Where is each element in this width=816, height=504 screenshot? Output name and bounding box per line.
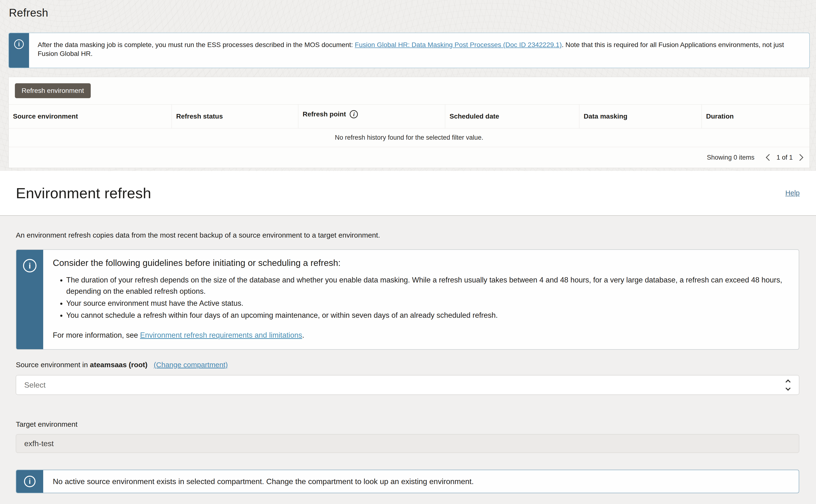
- more-info-line: For more information, see Environment re…: [53, 331, 788, 340]
- info-icon: i: [14, 39, 24, 49]
- guidelines-banner: i Consider the following guidelines befo…: [16, 249, 799, 350]
- intro-text: An environment refresh copies data from …: [16, 231, 799, 239]
- info-icon-glyph: i: [18, 41, 20, 47]
- section-title: Environment refresh: [16, 185, 785, 202]
- guideline-item: Your source environment must have the Ac…: [66, 298, 788, 309]
- column-label: Scheduled date: [450, 113, 499, 120]
- compartment-name: ateamsaas (root): [90, 361, 148, 369]
- refresh-point-info-icon[interactable]: i: [350, 110, 358, 118]
- chevron-down-icon: [786, 385, 791, 390]
- column-header-scheduled-date[interactable]: Scheduled date: [445, 105, 579, 128]
- environment-refresh-section: An environment refresh copies data from …: [0, 216, 816, 504]
- column-label: Source environment: [13, 113, 78, 120]
- column-label: Data masking: [584, 113, 627, 120]
- refresh-environment-button[interactable]: Refresh environment: [15, 83, 91, 98]
- source-environment-select[interactable]: Select: [16, 375, 799, 395]
- guideline-item: You cannot schedule a refresh within fou…: [66, 310, 788, 321]
- requirements-link[interactable]: Environment refresh requirements and lim…: [140, 331, 302, 339]
- refresh-history-table-header: Source environment Refresh status Refres…: [9, 104, 810, 128]
- refresh-history-panel: Refresh environment Source environment R…: [8, 77, 810, 168]
- info-banner-body: After the data masking job is complete, …: [29, 33, 809, 68]
- banner-text-before: After the data masking job is complete, …: [38, 41, 355, 48]
- info-icon-glyph: i: [353, 111, 355, 117]
- table-pagination: Showing 0 items 1 of 1: [9, 147, 810, 168]
- panel-toolbar: Refresh environment: [9, 77, 810, 104]
- guidelines-title: Consider the following guidelines before…: [53, 258, 788, 268]
- column-header-refresh-point[interactable]: Refresh point i: [298, 105, 445, 128]
- change-compartment-link[interactable]: (Change compartment): [154, 361, 228, 369]
- target-environment-field: exfh-test: [16, 434, 799, 453]
- more-info-suffix: .: [302, 331, 304, 339]
- mos-document-link[interactable]: Fusion Global HR: Data Masking Post Proc…: [355, 41, 562, 48]
- no-source-message: No active source environment exists in s…: [53, 477, 474, 486]
- target-environment-label: Target environment: [16, 420, 799, 428]
- column-header-refresh-status[interactable]: Refresh status: [172, 105, 298, 128]
- chevron-up-icon: [786, 379, 791, 384]
- column-header-duration[interactable]: Duration: [702, 105, 810, 128]
- chevron-right-icon[interactable]: [797, 154, 803, 161]
- more-info-prefix: For more information, see: [53, 331, 140, 339]
- page-indicator: 1 of 1: [776, 154, 793, 161]
- select-updown-chevron-icon: [786, 380, 790, 390]
- showing-items-count: Showing 0 items: [707, 154, 754, 161]
- column-header-data-masking[interactable]: Data masking: [579, 105, 702, 128]
- page-root: Refresh i After the data masking job is …: [0, 0, 816, 504]
- column-label: Refresh point: [303, 110, 346, 118]
- guidelines-body: Consider the following guidelines before…: [43, 250, 799, 349]
- empty-table-message: No refresh history found for the selecte…: [335, 134, 483, 141]
- info-banner-stripe: i: [9, 33, 29, 68]
- column-header-source-environment[interactable]: Source environment: [9, 105, 172, 128]
- no-source-banner: i No active source environment exists in…: [16, 470, 799, 493]
- refresh-history-section: Refresh i After the data masking job is …: [0, 0, 816, 171]
- info-icon-glyph: i: [29, 478, 31, 485]
- info-icon: i: [23, 259, 36, 272]
- info-icon: i: [24, 476, 36, 487]
- select-placeholder: Select: [24, 381, 786, 390]
- guideline-item: The duration of your refresh depends on …: [66, 274, 788, 297]
- page-title: Refresh: [9, 6, 810, 19]
- post-process-info-banner: i After the data masking job is complete…: [8, 33, 810, 68]
- column-label: Duration: [706, 113, 734, 120]
- target-environment-value: exfh-test: [24, 439, 54, 448]
- guidelines-banner-stripe: i: [16, 250, 43, 349]
- no-source-banner-stripe: i: [16, 470, 43, 493]
- info-icon-glyph: i: [29, 262, 31, 270]
- empty-table-row: No refresh history found for the selecte…: [9, 128, 810, 147]
- guidelines-list: The duration of your refresh depends on …: [53, 274, 788, 321]
- environment-refresh-header: Environment refresh Help: [0, 171, 816, 216]
- help-link[interactable]: Help: [785, 189, 800, 197]
- info-banner-text: After the data masking job is complete, …: [38, 40, 799, 58]
- no-source-banner-body: No active source environment exists in s…: [43, 470, 799, 493]
- source-environment-label: Source environment in ateamsaas (root)(C…: [16, 361, 799, 369]
- source-label-text: Source environment in: [16, 361, 90, 369]
- chevron-left-icon[interactable]: [766, 154, 773, 161]
- column-label: Refresh status: [176, 113, 223, 120]
